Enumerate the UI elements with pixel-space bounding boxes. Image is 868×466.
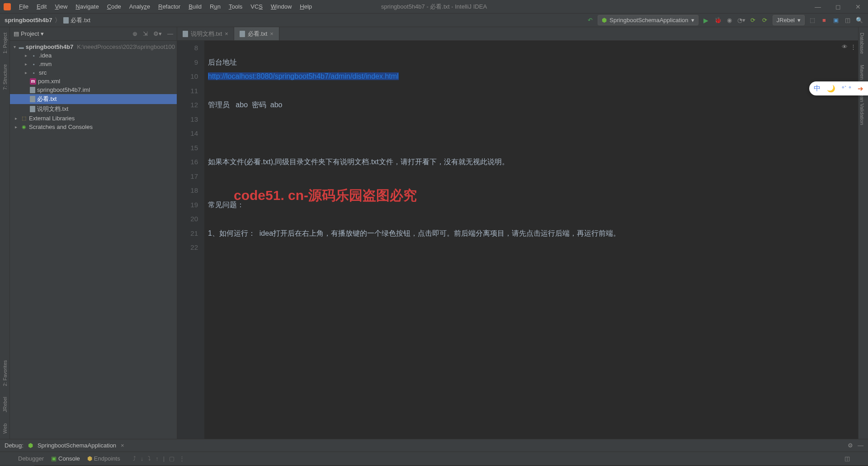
eval-icon[interactable]: ▢ (169, 455, 175, 462)
jrebel-selector[interactable]: JRebel ▾ (773, 15, 805, 25)
menu-code[interactable]: Code (104, 1, 125, 12)
editor-body[interactable]: 8910111213141516171819202122 后台地址http://… (177, 41, 858, 439)
chevron-down-icon: ▾ (691, 17, 694, 24)
tab-doc[interactable]: 说明文档.txt × (177, 27, 234, 40)
maven-icon: m (30, 78, 36, 85)
menu-tools[interactable]: Tools (225, 1, 246, 12)
hide-icon[interactable]: — (858, 442, 863, 449)
rail-project[interactable]: 1: Project (1, 27, 9, 59)
maximize-button[interactable]: ◻ (832, 2, 844, 11)
tree-folder-src[interactable]: ▸▪ src (10, 68, 177, 77)
hide-icon[interactable]: — (167, 30, 173, 37)
menu-view[interactable]: View (51, 1, 71, 12)
coverage-button[interactable]: ◉ (726, 16, 734, 24)
settings-icon[interactable]: ⚙▾ (153, 30, 162, 37)
file-icon (30, 96, 35, 102)
rail-jrebel[interactable]: JRebel (1, 391, 9, 418)
reader-icon[interactable]: ⋮ (850, 43, 856, 50)
close-icon[interactable]: × (121, 442, 124, 449)
layout-icon[interactable]: ◫ (844, 16, 852, 24)
folder-icon: ▪ (31, 52, 37, 59)
tree-file-pom[interactable]: m pom.xml (10, 77, 177, 86)
close-icon[interactable]: × (225, 30, 228, 37)
menu-vcs[interactable]: VCS (247, 1, 266, 12)
endpoints-tab[interactable]: ⬢ Endpoints (87, 455, 120, 462)
attach-icon[interactable]: ⬚ (808, 16, 816, 24)
settings-icon[interactable]: ⚙ (848, 442, 853, 449)
breadcrumb-project[interactable]: springboot5h4b7 (5, 17, 52, 24)
ime-widget[interactable]: 中 🌙 °` ° ➔ (809, 81, 868, 95)
expand-icon[interactable]: ⇲ (143, 30, 148, 37)
debug-button[interactable]: 🐞 (714, 16, 722, 24)
step-over-icon[interactable]: ↓ (141, 455, 144, 462)
code-content[interactable]: 后台地址http://localhost:8080/springboot5h4b… (204, 41, 858, 439)
file-icon (240, 31, 245, 37)
profile-button[interactable]: ◔▾ (737, 16, 745, 24)
debugger-tab[interactable]: Debugger (18, 455, 44, 462)
tree-folder-mvn[interactable]: ▸▪ .mvn (10, 60, 177, 68)
step-icon[interactable]: ⤴ (133, 455, 136, 462)
step-out-icon[interactable]: ↑ (156, 455, 159, 462)
project-panel: ▤ Project ▾ ⊕ ⇲ ⚙▾ — ▾ ▬ springboot5h4b7… (10, 27, 177, 439)
chevron-down-icon: ▾ (41, 30, 44, 37)
menu-run[interactable]: Run (206, 1, 224, 12)
rail-web[interactable]: Web (1, 418, 9, 439)
debug-panel: Debug: ⬢ SpringbootSchemaApplication × ⚙… (0, 439, 868, 466)
file-icon (63, 17, 69, 24)
close-icon[interactable]: × (270, 30, 274, 37)
menu-help[interactable]: Help (296, 1, 316, 12)
debug-tabs: Debugger ▣ Console ⬢ Endpoints ⤴ ↓ ⤵ ↑ |… (0, 452, 868, 466)
tab-bikan[interactable]: 必看.txt × (234, 27, 279, 40)
console-tab[interactable]: ▣ Console (51, 455, 80, 462)
spring-icon: ⬢ (28, 442, 33, 449)
layout-icon[interactable]: ◫ (844, 455, 850, 462)
menu-analyze[interactable]: Analyze (126, 1, 154, 12)
more-icon[interactable]: ⋮ (179, 455, 185, 462)
project-icon: ▤ (14, 30, 19, 37)
breadcrumb-separator: 〉 (55, 16, 61, 24)
tree-root[interactable]: ▾ ▬ springboot5h4b7 K:\needProccess\2023… (10, 43, 177, 51)
tree-external-libs[interactable]: ▸⬚ External Libraries (10, 114, 177, 123)
scratch-icon: ◉ (21, 124, 27, 130)
run-button[interactable]: ▶ (702, 16, 710, 24)
tree-scratches[interactable]: ▸◉ Scratches and Consoles (10, 123, 177, 131)
close-button[interactable]: ✕ (852, 2, 864, 11)
back-icon[interactable]: ↶ (586, 16, 594, 24)
update-icon[interactable]: ▣ (832, 16, 840, 24)
tree-file-doc[interactable]: 说明文档.txt (10, 104, 177, 114)
breadcrumb: springboot5h4b7 〉 必看.txt (5, 16, 90, 24)
breadcrumb-file[interactable]: 必看.txt (63, 16, 90, 24)
menu-navigate[interactable]: Navigate (72, 1, 102, 12)
expand-arrow[interactable]: ▾ (13, 44, 17, 49)
left-rail: 1: Project 7: Structure 2: Favorites JRe… (0, 27, 10, 439)
rail-favorites[interactable]: 2: Favorites (1, 355, 9, 391)
arrow-right-icon[interactable]: ➔ (858, 85, 863, 93)
step-into-icon[interactable]: ⤵ (148, 455, 151, 462)
rail-structure[interactable]: 7: Structure (1, 59, 9, 95)
inspect-icon[interactable]: 👁 (842, 43, 848, 50)
panel-header: ▤ Project ▾ ⊕ ⇲ ⚙▾ — (10, 27, 177, 41)
run-config-selector[interactable]: ⬢ SpringbootSchemaApplication ▾ (598, 15, 698, 25)
locate-icon[interactable]: ⊕ (132, 30, 137, 37)
app-icon (4, 3, 11, 10)
menu-window[interactable]: Window (267, 1, 295, 12)
jrebel-run-icon[interactable]: ⟳ (749, 16, 757, 24)
tree-file-bikan[interactable]: 必看.txt (10, 94, 177, 104)
stop-button[interactable]: ■ (820, 16, 828, 24)
sep: | (163, 455, 165, 462)
title-bar: File Edit View Navigate Code Analyze Ref… (0, 0, 868, 14)
menu-refactor[interactable]: Refactor (155, 1, 184, 12)
jrebel-debug-icon[interactable]: ⟳ (761, 16, 769, 24)
menu-file[interactable]: File (15, 1, 32, 12)
minimize-button[interactable]: — (811, 2, 825, 11)
tree-file-iml[interactable]: springboot5h4b7.iml (10, 86, 177, 94)
tree-folder-idea[interactable]: ▸▪ .idea (10, 51, 177, 60)
panel-tools: ⊕ ⇲ ⚙▾ — (132, 30, 173, 37)
menu-build[interactable]: Build (185, 1, 205, 12)
debug-tools: ⤴ ↓ ⤵ ↑ | ▢ ⋮ (133, 455, 185, 462)
search-icon[interactable]: 🔍 (855, 16, 863, 24)
menu-edit[interactable]: Edit (33, 1, 50, 12)
rail-database[interactable]: Database (859, 27, 866, 59)
panel-title[interactable]: ▤ Project ▾ (14, 30, 44, 37)
console-icon: ▣ (51, 455, 57, 462)
